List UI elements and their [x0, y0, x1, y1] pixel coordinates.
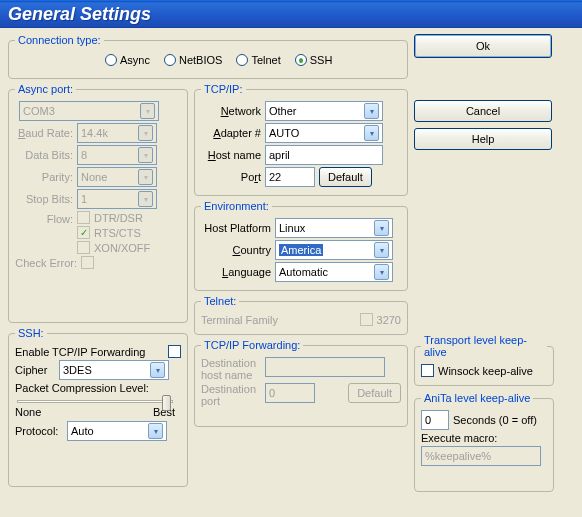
chevron-down-icon: ▾ [148, 423, 163, 439]
stop-bits-label: Stop Bits: [15, 193, 73, 205]
protocol-label: Protocol: [15, 425, 63, 437]
baud-rate-select: 14.4k ▾ [77, 123, 157, 143]
environment-legend: Environment: [201, 200, 272, 212]
parity-select: None ▾ [77, 167, 157, 187]
chevron-down-icon: ▾ [374, 264, 389, 280]
winsock-keepalive-label: Winsock keep-alive [438, 365, 533, 377]
tcpip-group: TCP/IP: Network Other ▾ Adapter # AUTO [194, 83, 408, 196]
dest-port-label: Destination port [201, 383, 261, 407]
environment-group: Environment: Host Platform Linux ▾ Count… [194, 200, 408, 291]
chevron-down-icon: ▾ [364, 125, 379, 141]
compression-label: Packet Compression Level: [15, 382, 149, 394]
anita-keepalive-legend: AniTa level keep-alive [421, 392, 533, 404]
language-label: Language [201, 266, 271, 278]
chevron-down-icon: ▾ [140, 103, 155, 119]
execute-macro-label: Execute macro: [421, 432, 497, 444]
country-label: Country [201, 244, 271, 256]
platform-select[interactable]: Linux ▾ [275, 218, 393, 238]
chevron-down-icon: ▾ [138, 169, 153, 185]
cipher-label: Cipher [15, 364, 55, 376]
telnet-legend: Telnet: [201, 295, 239, 307]
tcpip-legend: TCP/IP: [201, 83, 246, 95]
forwarding-group: TCP/IP Forwarding: Destination host name… [194, 339, 408, 427]
winsock-keepalive-checkbox[interactable] [421, 364, 434, 377]
radio-ssh[interactable]: SSH [295, 54, 333, 66]
radio-async[interactable]: Async [105, 54, 150, 66]
help-button[interactable]: Help [414, 128, 552, 150]
cipher-select[interactable]: 3DES ▾ [59, 360, 169, 380]
forwarding-default-button: Default [348, 383, 401, 403]
network-select[interactable]: Other ▾ [265, 101, 383, 121]
telnet-group: Telnet: Terminal Family 3270 [194, 295, 408, 335]
slider-thumb[interactable] [162, 395, 171, 411]
platform-label: Host Platform [201, 222, 271, 234]
terminal-family-label: Terminal Family [201, 314, 289, 326]
protocol-select[interactable]: Auto ▾ [67, 421, 167, 441]
check-error-checkbox [81, 256, 94, 269]
flow-label: Flow: [15, 213, 73, 225]
anita-keepalive-group: AniTa level keep-alive Seconds (0 = off)… [414, 392, 554, 492]
connection-type-legend: Connection type: [15, 34, 104, 46]
chevron-down-icon: ▾ [138, 147, 153, 163]
chevron-down-icon: ▾ [150, 362, 165, 378]
country-select[interactable]: America ▾ [275, 240, 393, 260]
radio-telnet[interactable]: Telnet [236, 54, 280, 66]
dest-host-input [265, 357, 385, 377]
chevron-down-icon: ▾ [138, 125, 153, 141]
ssh-forwarding-checkbox[interactable] [168, 345, 181, 358]
transport-keepalive-legend: Transport level keep-alive [421, 334, 547, 358]
chevron-down-icon: ▾ [138, 191, 153, 207]
data-bits-label: Data Bits: [15, 149, 73, 161]
chevron-down-icon: ▾ [374, 242, 389, 258]
port-label: Port [201, 171, 261, 183]
ssh-legend: SSH: [15, 327, 47, 339]
rts-cts-checkbox [77, 226, 90, 239]
dest-host-label: Destination host name [201, 357, 261, 381]
xon-xoff-checkbox [77, 241, 90, 254]
window-titlebar: General Settings [0, 0, 582, 28]
async-port-group: Async port: COM3 ▾ BBaud Rate:aud Rate: … [8, 83, 188, 323]
transport-keepalive-group: Transport level keep-alive Winsock keep-… [414, 334, 554, 386]
adapter-label: Adapter # [201, 127, 261, 139]
cancel-button[interactable]: Cancel [414, 100, 552, 122]
dtr-dsr-checkbox [77, 211, 90, 224]
dest-port-input [265, 383, 315, 403]
radio-netbios[interactable]: NetBIOS [164, 54, 222, 66]
ssh-group: SSH: Enable TCP/IP Forwarding Cipher 3DE… [8, 327, 188, 487]
chevron-down-icon: ▾ [374, 220, 389, 236]
keepalive-seconds-input[interactable] [421, 410, 449, 430]
baud-rate-label: BBaud Rate:aud Rate: [15, 127, 73, 139]
hostname-input[interactable] [265, 145, 383, 165]
forwarding-legend: TCP/IP Forwarding: [201, 339, 303, 351]
network-label: Network [201, 105, 261, 117]
hostname-label: Host name [201, 149, 261, 161]
async-port-legend: Async port: [15, 83, 76, 95]
check-error-label: Check Error: [15, 257, 77, 269]
parity-label: Parity: [15, 171, 73, 183]
keepalive-seconds-label: Seconds (0 = off) [453, 414, 537, 426]
ok-button[interactable]: Ok [414, 34, 552, 58]
ssh-forwarding-label: Enable TCP/IP Forwarding [15, 346, 164, 358]
chevron-down-icon: ▾ [364, 103, 379, 119]
port-default-button[interactable]: Default [319, 167, 372, 187]
data-bits-select: 8 ▾ [77, 145, 157, 165]
port-input[interactable] [265, 167, 315, 187]
execute-macro-input [421, 446, 541, 466]
connection-type-group: Connection type: Async NetBIOS Telnet [8, 34, 408, 79]
adapter-select[interactable]: AUTO ▾ [265, 123, 383, 143]
compression-slider[interactable] [17, 400, 173, 403]
t3270-checkbox [360, 313, 373, 326]
async-port-select: COM3 ▾ [19, 101, 159, 121]
language-select[interactable]: Automatic ▾ [275, 262, 393, 282]
stop-bits-select: 1 ▾ [77, 189, 157, 209]
